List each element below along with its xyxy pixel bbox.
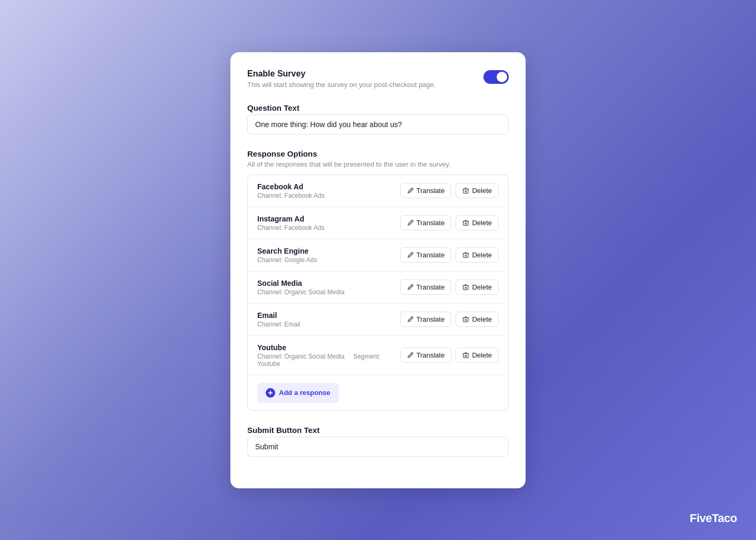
response-item-actions: Translate Delete xyxy=(400,279,499,295)
translate-button[interactable]: Translate xyxy=(400,247,452,263)
pencil-icon xyxy=(407,284,414,291)
enable-survey-text: Enable Survey This will start showing th… xyxy=(247,69,436,89)
response-item-meta: Channel: Facebook Ads xyxy=(257,224,400,232)
submit-button-text-section: Submit Button Text xyxy=(247,426,509,471)
response-options-section: Response Options All of the responses th… xyxy=(247,149,509,411)
response-item: Facebook Ad Channel: Facebook Ads Transl… xyxy=(248,175,508,207)
response-item-actions: Translate Delete xyxy=(400,183,499,198)
translate-button[interactable]: Translate xyxy=(400,215,452,230)
question-text-input[interactable] xyxy=(247,114,509,134)
response-item: Search Engine Channel: Google Ads Transl… xyxy=(248,239,508,272)
delete-button[interactable]: Delete xyxy=(455,215,499,230)
pencil-icon xyxy=(407,187,414,194)
response-item-meta: Channel: Email xyxy=(257,321,400,328)
trash-icon xyxy=(462,316,469,323)
trash-icon xyxy=(462,284,469,291)
toggle-track[interactable] xyxy=(483,70,509,84)
delete-button[interactable]: Delete xyxy=(455,183,499,198)
response-item-name: Email xyxy=(257,311,400,320)
response-item-actions: Translate Delete xyxy=(400,215,499,230)
enable-survey-toggle[interactable] xyxy=(483,70,509,84)
response-item-info: Social Media Channel: Organic Social Med… xyxy=(257,279,400,296)
response-item-name: Instagram Ad xyxy=(257,215,400,223)
trash-icon xyxy=(462,187,469,194)
response-item-actions: Translate Delete xyxy=(400,247,499,263)
brand-logo: FiveTaco xyxy=(690,512,737,525)
pencil-icon xyxy=(407,352,414,359)
add-response-button[interactable]: + Add a response xyxy=(257,383,339,403)
toggle-thumb xyxy=(497,72,507,82)
question-text-label: Question Text xyxy=(247,103,509,112)
response-item-info: Search Engine Channel: Google Ads xyxy=(257,247,400,264)
enable-survey-title: Enable Survey xyxy=(247,69,436,79)
response-item: Email Channel: Email Translate xyxy=(248,304,508,336)
svg-rect-3 xyxy=(463,286,468,290)
response-item-name: Search Engine xyxy=(257,247,400,255)
response-item: Youtube Channel: Organic Social Media Se… xyxy=(248,336,508,375)
pencil-icon xyxy=(407,316,414,323)
submit-button-text-input[interactable] xyxy=(247,437,509,457)
plus-circle-icon: + xyxy=(266,388,275,398)
response-item-info: Instagram Ad Channel: Facebook Ads xyxy=(257,215,400,232)
response-item-name: Social Media xyxy=(257,279,400,287)
enable-survey-description: This will start showing the survey on yo… xyxy=(247,81,436,89)
response-item-actions: Translate Delete xyxy=(400,348,499,363)
response-item-meta: Channel: Organic Social Media Segment: Y… xyxy=(257,353,400,368)
response-item-name: Youtube xyxy=(257,343,400,352)
trash-icon xyxy=(462,219,469,226)
svg-rect-2 xyxy=(463,254,468,258)
response-item-info: Facebook Ad Channel: Facebook Ads xyxy=(257,182,400,199)
add-response-row: + Add a response xyxy=(248,383,508,403)
pencil-icon xyxy=(407,219,414,226)
question-text-section: Question Text xyxy=(247,103,509,149)
svg-rect-0 xyxy=(463,189,468,194)
delete-button[interactable]: Delete xyxy=(455,247,499,263)
response-options-box: Facebook Ad Channel: Facebook Ads Transl… xyxy=(247,175,509,411)
translate-button[interactable]: Translate xyxy=(400,312,452,327)
response-item-meta: Channel: Facebook Ads xyxy=(257,192,400,199)
response-item-info: Youtube Channel: Organic Social Media Se… xyxy=(257,343,400,368)
delete-button[interactable]: Delete xyxy=(455,279,499,295)
submit-button-text-label: Submit Button Text xyxy=(247,426,509,435)
delete-button[interactable]: Delete xyxy=(455,348,499,363)
response-options-description: All of the responses that will be presen… xyxy=(247,160,509,168)
response-item-name: Facebook Ad xyxy=(257,182,400,191)
response-item-meta: Channel: Organic Social Media xyxy=(257,288,400,296)
response-item-info: Email Channel: Email xyxy=(257,311,400,328)
enable-survey-row: Enable Survey This will start showing th… xyxy=(247,69,509,89)
trash-icon xyxy=(462,352,469,359)
trash-icon xyxy=(462,252,469,258)
response-options-label: Response Options xyxy=(247,149,509,158)
svg-rect-5 xyxy=(463,354,468,358)
response-item-actions: Translate Delete xyxy=(400,312,499,327)
response-item-meta: Channel: Google Ads xyxy=(257,256,400,264)
svg-rect-1 xyxy=(463,221,468,226)
translate-button[interactable]: Translate xyxy=(400,348,452,363)
pencil-icon xyxy=(407,252,414,258)
svg-rect-4 xyxy=(463,318,468,322)
brand-name: FiveTaco xyxy=(690,512,737,525)
delete-button[interactable]: Delete xyxy=(455,312,499,327)
survey-settings-card: Enable Survey This will start showing th… xyxy=(230,52,526,488)
translate-button[interactable]: Translate xyxy=(400,279,452,295)
translate-button[interactable]: Translate xyxy=(400,183,452,198)
add-response-label: Add a response xyxy=(279,389,331,397)
response-item: Instagram Ad Channel: Facebook Ads Trans… xyxy=(248,207,508,239)
response-item: Social Media Channel: Organic Social Med… xyxy=(248,272,508,304)
